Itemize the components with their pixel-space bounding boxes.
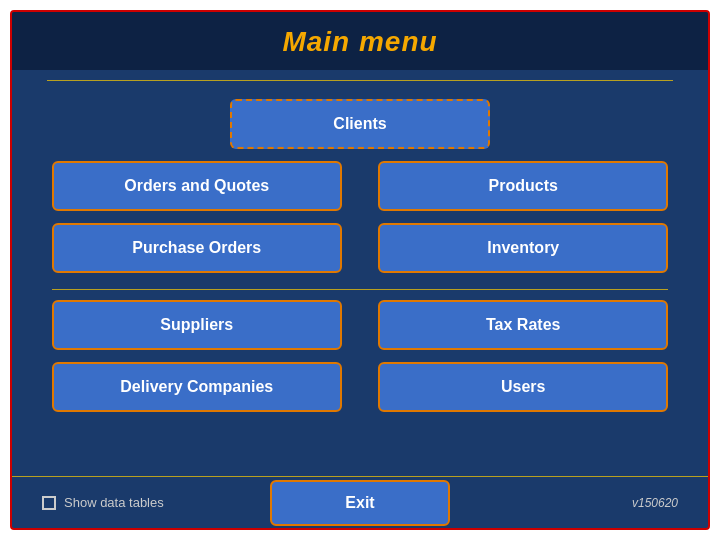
suppliers-button[interactable]: Suppliers [52, 300, 342, 350]
footer: Show data tables Exit v150620 [12, 476, 708, 528]
show-data-tables-label: Show data tables [64, 495, 164, 510]
app-title: Main menu [12, 26, 708, 58]
row-delivery-users: Delivery Companies Users [52, 362, 668, 412]
version-label: v150620 [632, 496, 678, 510]
header: Main menu [12, 12, 708, 70]
users-button[interactable]: Users [378, 362, 668, 412]
section-divider [52, 289, 668, 290]
main-content: Clients Orders and Quotes Products Purch… [12, 81, 708, 476]
purchase-orders-button[interactable]: Purchase Orders [52, 223, 342, 273]
tax-rates-button[interactable]: Tax Rates [378, 300, 668, 350]
show-data-tables-checkbox[interactable] [42, 496, 56, 510]
row-orders-products: Orders and Quotes Products [52, 161, 668, 211]
clients-button[interactable]: Clients [230, 99, 490, 149]
row-purchase-inventory: Purchase Orders Inventory [52, 223, 668, 273]
inventory-button[interactable]: Inventory [378, 223, 668, 273]
row-suppliers-tax: Suppliers Tax Rates [52, 300, 668, 350]
footer-left: Show data tables [42, 495, 164, 510]
delivery-companies-button[interactable]: Delivery Companies [52, 362, 342, 412]
orders-quotes-button[interactable]: Orders and Quotes [52, 161, 342, 211]
main-window: Main menu Clients Orders and Quotes Prod… [10, 10, 710, 530]
clients-row: Clients [52, 99, 668, 149]
products-button[interactable]: Products [378, 161, 668, 211]
exit-button[interactable]: Exit [270, 480, 450, 526]
